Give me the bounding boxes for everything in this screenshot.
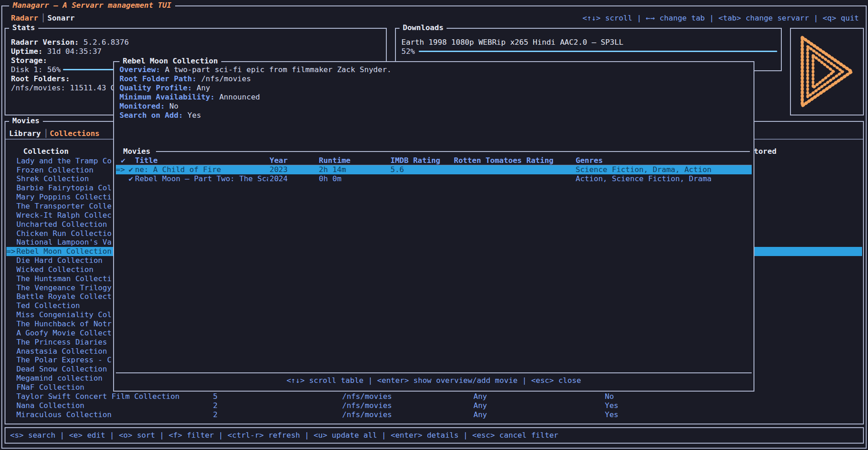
- cell-quality-profile: Any: [473, 410, 487, 419]
- cell-check-icon: ✔: [129, 165, 133, 174]
- cell-collection-name: Anastasia Collection: [16, 347, 107, 356]
- tab-collections[interactable]: Collections: [50, 129, 99, 138]
- cell-collection-name: Nana Collection: [16, 401, 84, 410]
- modal-keybindings: <↑↓> scroll table | <enter> show overvie…: [114, 376, 754, 385]
- cell-collection-name: Die Hard Collection: [16, 256, 103, 265]
- cell-movie-title: Rebel Moon — Part Two: The Scar: [135, 174, 268, 183]
- movies-tab-separator: │: [44, 129, 48, 138]
- monitored-field: Monitored:No: [120, 102, 178, 111]
- movies-table-title: Movies: [123, 147, 151, 156]
- cell-collection-name: Ted Collection: [16, 301, 80, 310]
- movies-panel-title: Movies: [9, 116, 43, 126]
- movie-row[interactable]: ✔Rebel Moon — Part Two: The Scar20240h 0…: [116, 174, 752, 183]
- tab-library[interactable]: Library: [9, 129, 41, 138]
- root-folder-label: Root Folder Path:: [120, 74, 197, 83]
- cell-genres: Action, Science Fiction, Drama: [576, 174, 712, 183]
- cell-year: 2024: [270, 174, 288, 183]
- cell-movie-count: 2: [213, 410, 218, 419]
- download-percent-label: 52%: [401, 47, 415, 56]
- overview-value: A two-part sci-fi epic from filmmaker Za…: [165, 65, 391, 74]
- cell-monitored-flag: No: [605, 392, 614, 401]
- cell-collection-name: Frozen Collection: [16, 166, 94, 175]
- overview-field: Overview:A two-part sci-fi epic from fil…: [120, 65, 391, 74]
- cell-monitored-flag: Yes: [605, 401, 619, 410]
- header-title: Title: [135, 156, 158, 165]
- radarr-version-label: Radarr Version:: [11, 38, 79, 47]
- cell-runtime: 2h 14m: [319, 165, 346, 174]
- cell-quality-profile: Any: [473, 401, 487, 410]
- cell-root-folder: /nfs/movies: [342, 410, 392, 419]
- cell-collection-name: Miraculous Collection: [16, 410, 112, 419]
- quality-profile-label: Quality Profile:: [120, 84, 192, 92]
- quality-profile-value: Any: [197, 84, 210, 92]
- cell-collection-name: The Hunchback of Notr: [16, 319, 112, 329]
- minimum-availability-value: Announced: [219, 93, 260, 101]
- column-header-collection: Collection: [23, 147, 68, 156]
- top-keybindings: <↑↓> scroll | ←→ change tab | <tab> chan…: [582, 14, 859, 23]
- footer-keybindings: <s> search | <e> edit | <o> sort | <f> f…: [10, 431, 558, 440]
- cell-collection-name: Shrek Collection: [16, 174, 89, 183]
- cell-quality-profile: Any: [473, 392, 487, 401]
- cell-collection-name: The Polar Express - C: [16, 356, 112, 365]
- header-rt-rating: Rotten Tomatoes Rating: [454, 156, 554, 165]
- collection-details-modal: Rebel Moon Collection Overview:A two-par…: [113, 61, 754, 392]
- cell-movie-count: 2: [213, 401, 218, 410]
- tab-radarr[interactable]: Radarr: [11, 14, 38, 23]
- cell-collection-name: Wicked Collection: [16, 265, 94, 274]
- minimum-availability-field: Minimum Availability:Announced: [120, 93, 260, 102]
- disk-usage-label: Disk 1: 56%: [11, 65, 61, 74]
- cell-collection-name: Barbie Fairytopia Col: [16, 183, 112, 193]
- cell-collection-name: A Goofy Movie Collect: [16, 329, 112, 338]
- cell-check-icon: ✔: [129, 174, 133, 183]
- root-folders-label: Root Folders:: [11, 74, 70, 84]
- collection-row[interactable]: Miraculous Collection2/nfs/moviesAnyYes: [6, 410, 862, 419]
- logo-panel: [790, 28, 864, 115]
- monitored-label: Monitored:: [120, 102, 165, 110]
- search-on-add-value: Yes: [187, 111, 201, 120]
- header-imdb-rating: IMDB Rating: [390, 156, 440, 165]
- overview-label: Overview:: [120, 65, 160, 74]
- cell-movie-count: 5: [213, 392, 218, 401]
- managarr-logo-icon: [798, 35, 856, 108]
- cell-collection-name: National Lampoon's Va: [16, 238, 112, 247]
- uptime: Uptime:31d 04:35:37: [11, 47, 102, 56]
- collection-row[interactable]: Nana Collection2/nfs/moviesAnyYes: [6, 401, 862, 410]
- cell-collection-name: Wreck-It Ralph Collec: [16, 211, 112, 220]
- app-title: Managarr — A Servarr management TUI: [9, 1, 175, 10]
- download-item-title: Earth 1998 1080p WEBRip x265 Hindi AAC2.…: [401, 38, 624, 47]
- cell-collection-name: Lady and the Tramp Co: [16, 157, 112, 166]
- servarr-tab-separator: │: [41, 14, 46, 23]
- cell-collection-name: The Princess Diaries: [16, 338, 107, 347]
- cell-year: 2023: [270, 165, 288, 174]
- cell-row-marker: =>: [6, 247, 16, 256]
- cell-root-folder: /nfs/movies: [342, 401, 392, 410]
- cell-collection-name: Dead Snow Collection: [16, 365, 107, 374]
- radarr-version-value: 5.2.6.8376: [83, 38, 129, 47]
- cell-collection-name: Chicken Run Collectio: [16, 229, 112, 238]
- header-runtime: Runtime: [319, 156, 351, 165]
- cell-collection-name: The Huntsman Collecti: [16, 274, 112, 283]
- cell-collection-name: Taylor Swift Concert Film Collection: [16, 392, 180, 401]
- root-folder-size: /nfs/movies: 11511.43 GB: [11, 84, 120, 93]
- tab-sonarr[interactable]: Sonarr: [47, 14, 75, 23]
- root-folder-field: Root Folder Path:/nfs/movies: [120, 74, 251, 84]
- movie-row[interactable]: =>✔ne: A Child of Fire20232h 14m5.6Scien…: [116, 165, 752, 174]
- cell-collection-name: Battle Royale Collect: [16, 292, 112, 301]
- stats-panel-title: Stats: [9, 23, 38, 32]
- radarr-version: Radarr Version:5.2.6.8376: [11, 38, 129, 47]
- movies-table-title-line: [156, 151, 750, 152]
- collection-row[interactable]: Taylor Swift Concert Film Collection5/nf…: [6, 392, 862, 401]
- footer-bar: <s> search | <e> edit | <o> sort | <f> f…: [5, 427, 864, 444]
- cell-collection-name: FNaF Collection: [16, 383, 84, 392]
- cell-collection-name: The Vengeance Trilogy: [16, 283, 112, 293]
- cell-collection-name: Rebel Moon Collection: [16, 247, 112, 256]
- monitored-value: No: [169, 102, 178, 110]
- cell-collection-name: Uncharted Collection: [16, 220, 107, 229]
- root-folder-value: /nfs/movies: [201, 74, 251, 83]
- movies-table-header-row: ✔ Title Year Runtime IMDB Rating Rotten …: [116, 156, 752, 165]
- header-year: Year: [270, 156, 288, 165]
- header-genres: Genres: [576, 156, 603, 165]
- modal-title: Rebel Moon Collection: [120, 57, 221, 66]
- cell-root-folder: /nfs/movies: [342, 392, 392, 401]
- uptime-value: 31d 04:35:37: [47, 47, 102, 56]
